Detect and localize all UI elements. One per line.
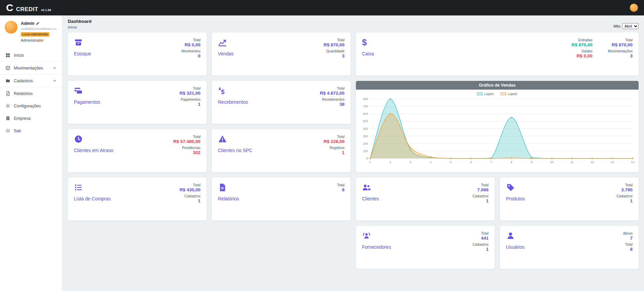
svg-text:10: 10 <box>550 160 553 164</box>
main-header: Dashboard Início Mês Abril <box>68 19 639 29</box>
sidebar-item-label: Configurações <box>14 104 41 108</box>
stat-value: 8 <box>625 247 633 252</box>
svg-text:200: 200 <box>363 142 368 145</box>
stat-label: Total <box>621 183 633 187</box>
legend-label: Loja02 <box>508 92 517 96</box>
user-icon <box>506 231 515 240</box>
breadcrumb: Início <box>68 25 92 29</box>
profile-info: Admin credit@anronsoftware.co... LOJA VE… <box>21 21 57 42</box>
topbar: C CREDIT v0.1.88 <box>0 0 644 15</box>
card-estoque[interactable]: Estoque Total R$ 0,00 Movimentos 0 <box>68 33 206 76</box>
sidebar-item-inicio[interactable]: Início <box>0 49 62 61</box>
stat-value: 1 <box>184 198 200 203</box>
svg-text:2: 2 <box>389 160 391 164</box>
card-clientes-em-atraso[interactable]: Clientes em Atraso Total R$ 57.480,00 Pe… <box>68 129 206 172</box>
stat-label: Total <box>612 38 633 42</box>
stat-label: Saídas <box>577 49 592 53</box>
svg-text:3: 3 <box>410 160 411 164</box>
stat-label: Total <box>180 183 200 187</box>
sidebar-item-label: Empresa <box>14 116 31 121</box>
building-icon <box>5 116 10 121</box>
stat-label: Total <box>180 86 200 90</box>
grid-icon <box>5 53 10 58</box>
suppliers-icon <box>362 231 371 240</box>
card-clientes-no-spc[interactable]: Clientes no SPC Total R$ 228,00 Registro… <box>212 129 351 172</box>
sidebar-item-configuracoes[interactable]: Configurações <box>0 100 62 112</box>
card-vendas[interactable]: Vendas Total R$ 870,00 Quantidade 3 <box>212 33 351 76</box>
chart-legend: Loja01 Loja02 <box>356 90 639 96</box>
svg-text:400: 400 <box>363 127 368 131</box>
stat-value: R$ 228,00 <box>324 139 344 144</box>
chart-title: Gráfico de Vendas <box>356 81 639 90</box>
svg-text:0: 0 <box>366 157 368 160</box>
profile-email: credit@anronsoftware.co... <box>21 27 57 31</box>
user-avatar[interactable] <box>630 4 638 12</box>
warning-icon <box>218 135 227 144</box>
stat-value: 3 <box>608 53 633 58</box>
stat-label: Entradas <box>571 38 592 42</box>
svg-text:9: 9 <box>531 160 533 164</box>
card-usuarios[interactable]: Usuários Ativos 7 Total 8 <box>500 226 639 269</box>
chevron-down-icon <box>52 79 57 83</box>
card-fornecedores[interactable]: Fornecedores Total 441 Cadastros 1 <box>356 226 495 269</box>
sidebar-item-cadastros[interactable]: Cadastros <box>0 74 62 87</box>
edit-profile-icon[interactable] <box>36 21 40 25</box>
profile-name: Admin <box>21 21 34 26</box>
stat-label: Movimentações <box>608 49 633 53</box>
legend-swatch-loja02 <box>501 92 506 95</box>
legend-item-loja02: Loja02 <box>501 92 517 96</box>
svg-text:500: 500 <box>363 119 368 123</box>
sidebar-item-sair[interactable]: Sair <box>0 125 62 137</box>
stat-value: R$ 57.480,00 <box>173 139 200 144</box>
stat-label: Ativos <box>623 231 633 235</box>
svg-text:8: 8 <box>511 160 512 164</box>
card-lista-de-compras[interactable]: Lista de Compras Total R$ 430,00 Cadastr… <box>68 178 206 221</box>
stat-label: Total <box>320 86 344 90</box>
card-pagamentos[interactable]: Pagamentos Total R$ 321,00 Pagamentos 1 <box>68 81 206 124</box>
stat-value: 1 <box>330 150 344 155</box>
svg-text:14: 14 <box>631 160 634 164</box>
card-clientes[interactable]: Clientes Total 7.066 Cadastros 1 <box>356 178 495 221</box>
stat-value: 1 <box>181 102 200 107</box>
card-title: Fornecedores <box>362 244 391 250</box>
stat-label: Total <box>481 231 489 235</box>
stat-label: Pendências <box>182 146 200 150</box>
card-title: Clientes no SPC <box>218 148 252 153</box>
stat-value: 38 <box>322 102 344 107</box>
month-select[interactable]: Abril <box>622 23 639 29</box>
avatar[interactable] <box>5 21 17 34</box>
card-caixa[interactable]: $ Caixa Entradas R$ 870,00 Saídas R$ 0,0… <box>356 33 639 76</box>
app-logo: C <box>6 0 13 15</box>
brand-version: v0.1.88 <box>41 8 51 12</box>
sales-chart-icon <box>218 38 227 47</box>
chevron-down-icon <box>52 66 57 70</box>
svg-text:100: 100 <box>363 149 368 153</box>
stat-value: 1 <box>472 247 489 252</box>
brand: C CREDIT v0.1.88 <box>6 0 51 15</box>
users-icon <box>362 183 371 192</box>
sidebar-item-relatorios[interactable]: Relatórios <box>0 87 62 100</box>
inventory-icon <box>74 38 83 47</box>
sidebar: Admin credit@anronsoftware.co... LOJA VE… <box>0 15 62 291</box>
file-icon <box>5 91 10 96</box>
card-relatorios[interactable]: Relatórios Total 6 <box>212 178 351 221</box>
stat-value: R$ 430,00 <box>180 187 200 192</box>
store-badge: LOJA VERTENTES <box>21 32 49 37</box>
card-title: Clientes <box>362 196 379 201</box>
gear-icon <box>5 103 10 108</box>
card-recebimentos[interactable]: $ Recebimentos Total R$ 4.872,00 Recebim… <box>212 81 351 124</box>
main-content: Dashboard Início Mês Abril Estoque Total… <box>62 15 644 291</box>
stat-value: 6 <box>337 187 344 192</box>
card-title: Lista de Compras <box>74 196 111 201</box>
stat-value: 7.066 <box>477 187 489 192</box>
legend-label: Loja01 <box>484 92 494 96</box>
stat-label: Total <box>337 183 344 187</box>
month-filter: Mês Abril <box>613 23 639 29</box>
sidebar-item-movimentacoes[interactable]: Movimentações <box>0 61 62 74</box>
stat-value: R$ 870,00 <box>612 42 633 47</box>
sidebar-item-empresa[interactable]: Empresa <box>0 112 62 125</box>
card-produtos[interactable]: Produtos Total 3.795 Cadastros 1 <box>500 178 639 221</box>
card-title: Clientes em Atraso <box>74 148 113 153</box>
svg-text:$: $ <box>221 88 225 95</box>
stat-value: R$ 870,00 <box>324 42 344 47</box>
